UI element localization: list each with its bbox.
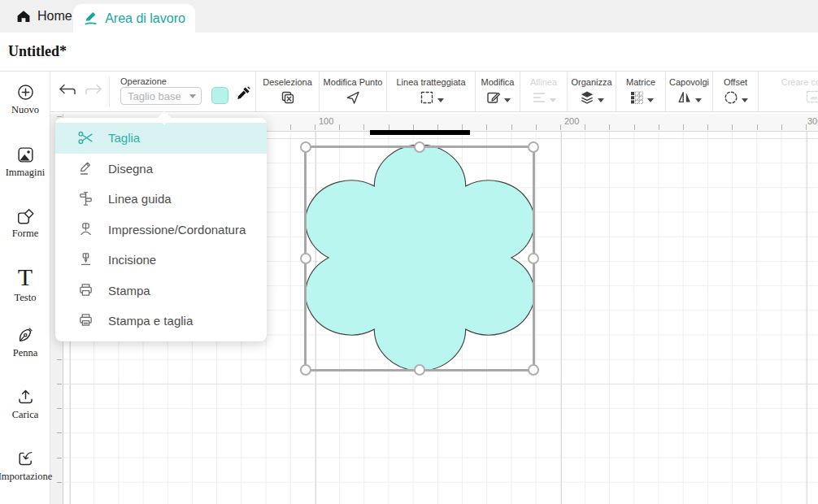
offset-icon [723, 89, 748, 106]
toolbar-divider [109, 76, 110, 106]
menu-item-linea-guida[interactable]: Linea guida [55, 184, 267, 215]
modify-icon [485, 89, 511, 106]
draw-pencil-icon [76, 160, 94, 177]
sidebar-item-carica[interactable]: Carica [0, 388, 50, 421]
selection-handle-e[interactable] [528, 253, 539, 264]
tab-area-di-lavoro[interactable]: Area di lavoro [73, 4, 195, 33]
selection-handle-ne[interactable] [528, 141, 539, 153]
flip-icon [677, 89, 702, 106]
menu-item-label: Incisione [108, 253, 156, 267]
menu-item-label: Disegna [108, 162, 153, 176]
menu-item-stampa-e-taglia[interactable]: Stampa e taglia [55, 306, 267, 337]
edit-points-icon [345, 89, 361, 106]
undo-button[interactable] [57, 82, 78, 100]
import-icon [16, 450, 35, 468]
menu-item-label: Stampa e taglia [108, 314, 193, 328]
dashed-line-button[interactable]: Linea tratteggiata [386, 72, 475, 111]
matrix-button[interactable]: Matrice [616, 72, 665, 111]
pen-icon [16, 326, 35, 345]
print-icon [76, 282, 94, 299]
home-button[interactable]: Home [16, 0, 72, 33]
modify-button[interactable]: Modifica [475, 72, 520, 111]
sidebar-item-nuovo[interactable]: Nuovo [0, 83, 50, 116]
selection-handle-sw[interactable] [300, 364, 311, 376]
top-tab-bar: Home Area di lavoro [0, 0, 818, 33]
score-tool-icon [76, 221, 94, 238]
operation-select-value: Taglio base [128, 90, 181, 102]
dropdown-caret [550, 98, 556, 102]
menu-item-incisione[interactable]: Incisione [55, 245, 267, 276]
matrix-grid-icon [629, 89, 654, 106]
pencil-icon [83, 11, 98, 26]
create-contour-icon [805, 89, 818, 104]
sidebar-item-penna[interactable]: Penna [0, 326, 50, 359]
sidebar-item-importazione[interactable]: Importazione [0, 450, 50, 483]
eyedropper-icon[interactable] [235, 85, 251, 102]
print-cut-icon [76, 312, 94, 329]
color-swatch[interactable] [211, 87, 228, 104]
sidebar-item-testo[interactable]: T Testo [0, 265, 50, 304]
edit-toolbar: Operazione Taglio base Deseleziona [50, 72, 818, 112]
dropdown-caret [695, 98, 702, 102]
left-sidebar: Nuovo Immagini Forme T Test [0, 72, 50, 504]
arrange-button[interactable]: Organizza [567, 72, 616, 111]
new-icon [16, 83, 35, 102]
create-contour-button: Creare contorno [758, 72, 818, 111]
selection-handle-nw[interactable] [300, 141, 311, 153]
menu-item-impressione[interactable]: Impressione/Cordonatura [55, 215, 267, 245]
deselect-icon [280, 89, 296, 106]
selection-width-bar [370, 130, 470, 135]
workspace-tab-label: Area di lavoro [105, 11, 185, 26]
ruler-mark-200: 200 [564, 116, 579, 126]
selection-bounding-box[interactable] [304, 146, 535, 371]
dashed-line-icon [419, 89, 444, 106]
home-icon [16, 9, 31, 24]
ruler-mark-100: 100 [319, 116, 333, 126]
dropdown-caret [437, 98, 444, 102]
align-icon [531, 89, 556, 106]
offset-button[interactable]: Offset [712, 72, 758, 111]
redo-button[interactable] [83, 82, 104, 100]
home-label: Home [37, 9, 72, 24]
ruler-mark-300: 300 [807, 116, 818, 126]
operation-dropdown-menu: Taglia Disegna Linea guida [55, 118, 267, 341]
dropdown-caret [598, 98, 604, 102]
selection-handle-w[interactable] [300, 253, 311, 264]
shapes-icon [16, 208, 35, 225]
dropdown-caret [742, 98, 748, 102]
arrange-layers-icon [579, 89, 604, 106]
edit-points-button[interactable]: Modifica Punto [319, 72, 386, 111]
text-icon: T [18, 265, 33, 289]
engrave-tool-icon [76, 251, 94, 268]
menu-item-label: Linea guida [108, 192, 172, 206]
operation-label: Operazione [120, 76, 167, 86]
flip-button[interactable]: Capovolgi [665, 72, 712, 111]
align-button: Allinea [520, 72, 567, 111]
selection-handle-se[interactable] [528, 364, 539, 376]
sidebar-item-forme[interactable]: Forme [0, 208, 50, 240]
title-bar: Untitled* [0, 33, 818, 72]
operation-select[interactable]: Taglio base [120, 87, 202, 105]
upload-icon [16, 388, 35, 406]
menu-item-disegna[interactable]: Disegna [55, 154, 267, 185]
selection-handle-n[interactable] [414, 141, 425, 153]
design-workspace-app: Home Area di lavoro Untitled* Operazione… [0, 0, 818, 504]
sidebar-item-immagini[interactable]: Immagini [0, 146, 50, 179]
menu-item-label: Stampa [108, 284, 150, 298]
menu-item-label: Taglia [108, 131, 140, 145]
dropdown-caret [647, 98, 654, 102]
images-icon [16, 146, 35, 164]
menu-item-taglia[interactable]: Taglia [55, 123, 267, 154]
menu-item-stampa[interactable]: Stampa [55, 276, 267, 306]
selection-handle-s[interactable] [414, 364, 425, 376]
scissors-icon [76, 129, 94, 146]
guide-line-icon [76, 190, 94, 207]
menu-item-label: Impressione/Cordonatura [108, 223, 246, 237]
deselect-button[interactable]: Deseleziona [255, 72, 319, 111]
select-caret-icon [189, 94, 196, 98]
document-title: Untitled* [8, 43, 67, 60]
dropdown-caret [504, 98, 511, 102]
